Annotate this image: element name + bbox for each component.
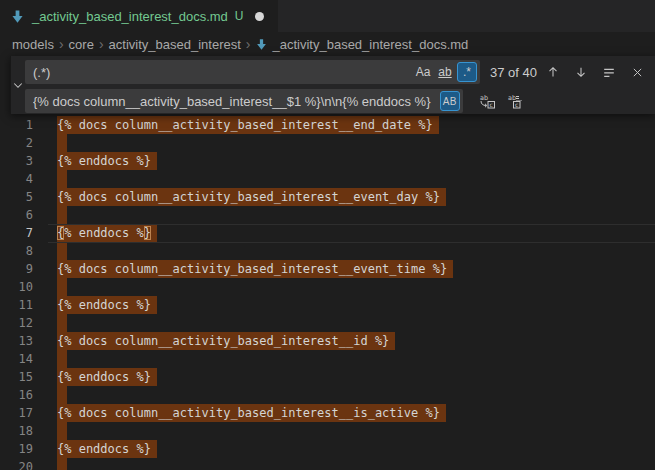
line-content <box>57 170 67 188</box>
line-number: 20 <box>0 458 33 470</box>
find-input[interactable]: (.*) Aa ab .* <box>25 60 480 84</box>
git-status-badge: U <box>235 9 244 23</box>
editor-line[interactable]: 7{% enddocs %} <box>0 224 655 242</box>
line-content <box>57 350 67 368</box>
close-icon[interactable] <box>625 61 649 83</box>
editor-lines: 1{% docs column__activity_based_interest… <box>0 116 655 470</box>
results-count: 37 of 40 <box>490 65 537 80</box>
editor-line[interactable]: 11{% enddocs %} <box>0 296 655 314</box>
tab-bar: _activity_based_interest_docs.md U <box>0 0 655 32</box>
line-number: 2 <box>0 134 33 152</box>
markdown-file-icon <box>10 9 25 24</box>
line-content: {% enddocs %} <box>57 368 157 386</box>
line-number: 9 <box>0 260 33 278</box>
breadcrumb-item-models[interactable]: models <box>12 37 54 52</box>
editor-line[interactable]: 8 <box>0 242 655 260</box>
bracket-match: { <box>57 226 64 240</box>
find-match-highlight <box>57 350 67 368</box>
editor-line[interactable]: 9{% docs column__activity_based_interest… <box>0 260 655 278</box>
breadcrumb: models › core › activity_based_interest … <box>0 32 655 56</box>
line-content: {% docs column__activity_based_interest_… <box>57 332 395 350</box>
line-number: 14 <box>0 350 33 368</box>
editor-line[interactable]: 18 <box>0 422 655 440</box>
editor-pane[interactable]: 1{% docs column__activity_based_interest… <box>0 56 655 470</box>
find-match-highlight <box>57 134 67 152</box>
find-match-highlight: {% docs column__activity_based_interest_… <box>57 260 453 278</box>
preserve-case-toggle[interactable]: AB <box>440 91 460 111</box>
line-content <box>57 458 67 470</box>
line-content <box>57 242 67 260</box>
find-match-current: {% enddocs %} <box>57 224 157 242</box>
editor-line[interactable]: 13{% docs column__activity_based_interes… <box>0 332 655 350</box>
replace-input-value: {% docs column__activity_based_interest_… <box>33 94 438 109</box>
editor-line[interactable]: 17{% docs column__activity_based_interes… <box>0 404 655 422</box>
find-match-highlight: {% docs column__activity_based_interest_… <box>57 116 439 134</box>
editor-line[interactable]: 1{% docs column__activity_based_interest… <box>0 116 655 134</box>
editor-line[interactable]: 20 <box>0 458 655 470</box>
line-content: {% enddocs %} <box>57 440 157 458</box>
modified-dot-icon[interactable] <box>255 12 264 21</box>
line-number: 4 <box>0 170 33 188</box>
find-match-highlight: {% enddocs %} <box>57 440 157 458</box>
line-number: 13 <box>0 332 33 350</box>
toggle-replace-chevron-icon[interactable] <box>11 56 25 114</box>
match-case-toggle[interactable]: Aa <box>413 62 433 82</box>
find-match-highlight <box>57 242 67 260</box>
line-content <box>57 278 67 296</box>
line-content: {% docs column__activity_based_interest_… <box>57 260 453 278</box>
breadcrumb-item-core[interactable]: core <box>69 37 94 52</box>
find-match-highlight <box>57 170 67 188</box>
line-content: {% docs column__activity_based_interest_… <box>57 404 446 422</box>
whole-word-toggle[interactable]: ab <box>435 62 455 82</box>
tab-file-name: _activity_based_interest_docs.md <box>32 9 228 24</box>
breadcrumb-item-activity-based-interest[interactable]: activity_based_interest <box>109 37 241 52</box>
line-number: 18 <box>0 422 33 440</box>
editor-line[interactable]: 6 <box>0 206 655 224</box>
line-number: 5 <box>0 188 33 206</box>
chevron-right-icon: › <box>59 37 64 51</box>
next-match-button[interactable] <box>569 61 593 83</box>
editor-line[interactable]: 15{% enddocs %} <box>0 368 655 386</box>
editor-line[interactable]: 4 <box>0 170 655 188</box>
chevron-right-icon: › <box>99 37 104 51</box>
line-content: {% enddocs %} <box>57 224 157 242</box>
regex-toggle[interactable]: .* <box>457 62 477 82</box>
line-number: 6 <box>0 206 33 224</box>
find-in-selection-icon[interactable] <box>597 61 621 83</box>
editor-line[interactable]: 12 <box>0 314 655 332</box>
find-match-highlight <box>57 386 67 404</box>
editor-line[interactable]: 5{% docs column__activity_based_interest… <box>0 188 655 206</box>
svg-text:c: c <box>490 101 493 108</box>
line-number: 10 <box>0 278 33 296</box>
find-match-highlight: {% docs column__activity_based_interest_… <box>57 188 446 206</box>
line-number: 8 <box>0 242 33 260</box>
line-number: 15 <box>0 368 33 386</box>
tab-active-file[interactable]: _activity_based_interest_docs.md U <box>0 0 278 32</box>
chevron-right-icon: › <box>246 37 251 51</box>
line-content <box>57 422 67 440</box>
editor-line[interactable]: 16 <box>0 386 655 404</box>
previous-match-button[interactable] <box>541 61 565 83</box>
breadcrumb-item-file[interactable]: _activity_based_interest_docs.md <box>272 37 468 52</box>
replace-button-icon[interactable]: ab c <box>475 90 499 112</box>
editor-line[interactable]: 3{% enddocs %} <box>0 152 655 170</box>
find-match-highlight <box>57 422 67 440</box>
line-number: 3 <box>0 152 33 170</box>
find-match-highlight: {% enddocs %} <box>57 296 157 314</box>
find-match-highlight: {% docs column__activity_based_interest_… <box>57 332 395 350</box>
line-content: {% enddocs %} <box>57 152 157 170</box>
editor-line[interactable]: 10 <box>0 278 655 296</box>
find-match-highlight <box>57 278 67 296</box>
line-content <box>57 314 67 332</box>
editor-line[interactable]: 2 <box>0 134 655 152</box>
replace-all-button-icon[interactable]: ab c <box>503 90 527 112</box>
editor-line[interactable]: 19{% enddocs %} <box>0 440 655 458</box>
svg-text:ab: ab <box>480 94 488 102</box>
replace-row: {% docs column__activity_based_interest_… <box>25 89 655 113</box>
find-match-highlight <box>57 314 67 332</box>
vscode-window: _activity_based_interest_docs.md U model… <box>0 0 655 470</box>
editor-line[interactable]: 14 <box>0 350 655 368</box>
line-content: {% docs column__activity_based_interest_… <box>57 188 446 206</box>
replace-input[interactable]: {% docs column__activity_based_interest_… <box>25 89 463 113</box>
find-match-highlight: {% docs column__activity_based_interest_… <box>57 404 446 422</box>
